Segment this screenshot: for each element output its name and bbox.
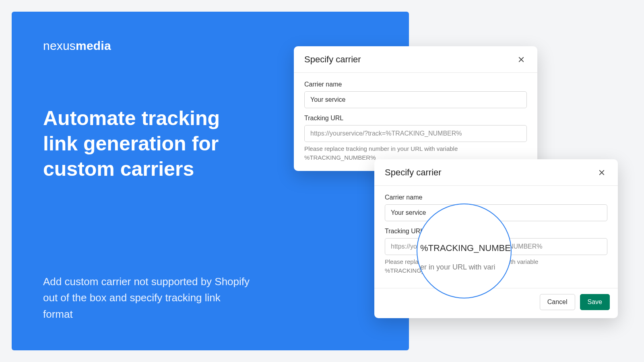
magnifier-highlight: %TRACKING_NUMBER% er in your URL with va… (417, 204, 512, 298)
modal-header: Specify carrier (374, 159, 618, 186)
close-icon (518, 56, 525, 63)
tracking-url-label: Tracking URL (304, 115, 527, 122)
carrier-name-label: Carrier name (304, 81, 527, 88)
magnifier-token: %TRACKING_NUMBER% (420, 243, 512, 253)
modal-title: Specify carrier (385, 167, 442, 178)
close-icon (598, 169, 605, 176)
brand-bold: media (76, 39, 111, 52)
save-button[interactable]: Save (580, 294, 610, 310)
specify-carrier-modal-back: Specify carrier Carrier name Tracking UR… (294, 46, 537, 171)
modal-header: Specify carrier (294, 46, 537, 73)
close-button[interactable] (516, 54, 527, 65)
subtext: Add custom carrier not supported by Shop… (43, 274, 252, 322)
brand-light: nexus (43, 39, 76, 52)
cancel-button[interactable]: Cancel (540, 294, 575, 310)
magnifier-subtext: er in your URL with vari (420, 263, 495, 272)
close-button[interactable] (596, 167, 607, 178)
modal-footer: Cancel Save (374, 288, 618, 318)
modal-body: Carrier name Tracking URL Please replace… (294, 73, 537, 171)
carrier-name-input[interactable] (304, 91, 527, 108)
headline: Automate tracking link generation for cu… (43, 106, 252, 182)
tracking-url-input[interactable] (304, 125, 527, 142)
modal-title: Specify carrier (304, 54, 361, 65)
carrier-name-label: Carrier name (385, 194, 607, 201)
